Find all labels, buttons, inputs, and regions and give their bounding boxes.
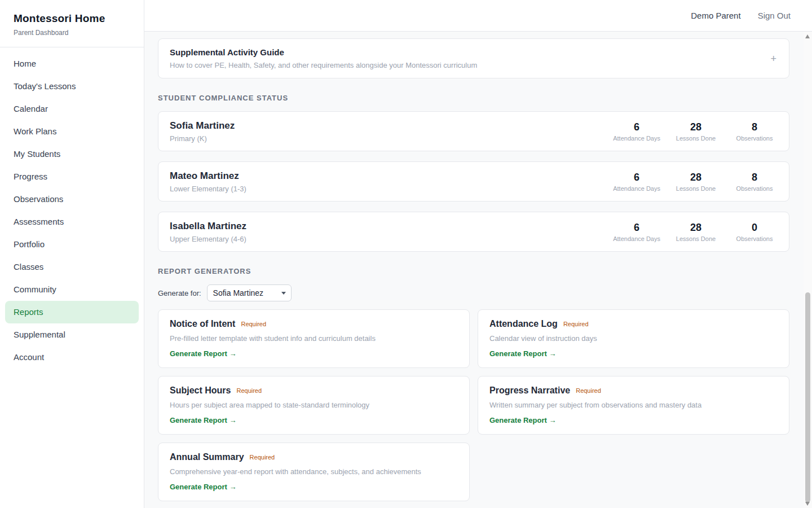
app-window: Montessori Home Parent Dashboard Home To…: [0, 0, 812, 508]
sidebar-header: Montessori Home Parent Dashboard: [0, 0, 144, 47]
generate-report-link[interactable]: Generate Report →: [170, 416, 236, 424]
sidebar-item-observations[interactable]: Observations: [5, 188, 139, 211]
compliance-section-heading: STUDENT COMPLIANCE STATUS: [158, 94, 789, 102]
sidebar-nav: Home Today's Lessons Calendar Work Plans…: [0, 47, 144, 374]
report-title-row: Notice of Intent Required: [170, 319, 458, 329]
stat-observations: 8 Observations: [731, 121, 778, 142]
supplemental-guide-card: Supplemental Activity Guide How to cover…: [158, 38, 789, 78]
report-description: Calendar view of instruction days: [489, 334, 778, 343]
sidebar-item-home[interactable]: Home: [5, 52, 139, 75]
sidebar-item-reports[interactable]: Reports: [5, 301, 139, 323]
vertical-scrollbar[interactable]: [804, 32, 812, 508]
sidebar-item-community[interactable]: Community: [5, 278, 139, 301]
stat-label: Attendance Days: [613, 185, 660, 192]
scroll-down-icon[interactable]: [805, 502, 810, 506]
report-title: Attendance Log: [489, 319, 558, 329]
student-level: Primary (K): [170, 134, 235, 143]
sidebar-item-assessments[interactable]: Assessments: [5, 211, 139, 233]
stat-value: 6: [613, 121, 660, 133]
report-title: Subject Hours: [170, 386, 231, 396]
report-title-row: Progress Narrative Required: [489, 386, 778, 396]
guide-title: Supplemental Activity Guide: [170, 47, 477, 57]
required-badge: Required: [576, 387, 601, 394]
sidebar: Montessori Home Parent Dashboard Home To…: [0, 0, 144, 508]
stat-value: 28: [673, 172, 719, 183]
generate-report-link[interactable]: Generate Report →: [489, 349, 556, 358]
sidebar-item-supplemental[interactable]: Supplemental: [5, 323, 139, 346]
student-info: Mateo Martinez Lower Elementary (1-3): [170, 170, 246, 193]
stat-attendance: 6 Attendance Days: [613, 222, 660, 242]
student-stats: 6 Attendance Days 28 Lessons Done 8 Obse…: [613, 172, 778, 192]
student-card-sofia: Sofia Martinez Primary (K) 6 Attendance …: [158, 111, 789, 151]
student-select-wrap: Sofia Martinez: [207, 284, 292, 301]
required-badge: Required: [241, 321, 266, 327]
expand-icon[interactable]: +: [769, 54, 778, 64]
sidebar-item-account[interactable]: Account: [5, 346, 139, 369]
stat-label: Observations: [731, 185, 778, 192]
sidebar-item-portfolio[interactable]: Portfolio: [5, 233, 139, 256]
main-area: Demo Parent Sign Out Supplemental Activi…: [144, 0, 812, 508]
report-card-progress-narrative: Progress Narrative Required Written summ…: [478, 376, 789, 435]
sidebar-item-classes[interactable]: Classes: [5, 256, 139, 278]
student-stats: 6 Attendance Days 28 Lessons Done 0 Obse…: [613, 222, 778, 242]
student-select[interactable]: Sofia Martinez: [207, 284, 292, 301]
student-card-mateo: Mateo Martinez Lower Elementary (1-3) 6 …: [158, 161, 789, 202]
stat-attendance: 6 Attendance Days: [613, 121, 660, 142]
stat-label: Lessons Done: [673, 135, 719, 142]
stat-lessons: 28 Lessons Done: [673, 222, 719, 242]
user-name-label: Demo Parent: [691, 11, 740, 20]
student-level: Upper Elementary (4-6): [170, 235, 246, 243]
generate-report-link[interactable]: Generate Report →: [489, 416, 556, 424]
stat-label: Attendance Days: [613, 235, 660, 242]
sidebar-item-my-students[interactable]: My Students: [5, 143, 139, 165]
stat-lessons: 28 Lessons Done: [673, 172, 719, 192]
report-title-row: Attendance Log Required: [489, 319, 778, 329]
app-subtitle: Parent Dashboard: [14, 29, 130, 37]
report-description: Hours per subject area mapped to state-s…: [170, 401, 458, 409]
generate-for-label: Generate for:: [158, 289, 201, 297]
sidebar-item-progress[interactable]: Progress: [5, 165, 139, 188]
student-name: Sofia Martinez: [170, 120, 235, 132]
required-badge: Required: [236, 387, 262, 394]
report-card-grid: Notice of Intent Required Pre-filled let…: [158, 309, 789, 501]
generate-report-link[interactable]: Generate Report →: [170, 349, 236, 358]
generate-report-link[interactable]: Generate Report →: [170, 483, 236, 491]
report-title: Progress Narrative: [489, 386, 570, 396]
student-info: Sofia Martinez Primary (K): [170, 120, 235, 143]
student-level: Lower Elementary (1-3): [170, 185, 246, 193]
report-description: Comprehensive year-end report with atten…: [170, 467, 458, 476]
page-content: Supplemental Activity Guide How to cover…: [144, 32, 812, 508]
student-name: Isabella Martinez: [170, 221, 246, 232]
report-card-subject-hours: Subject Hours Required Hours per subject…: [158, 376, 470, 435]
report-title: Annual Summary: [170, 452, 244, 462]
required-badge: Required: [563, 321, 589, 327]
stat-value: 28: [673, 222, 719, 234]
stat-value: 28: [673, 121, 719, 133]
app-title: Montessori Home: [14, 12, 130, 25]
stat-observations: 0 Observations: [731, 222, 778, 242]
stat-label: Lessons Done: [673, 185, 719, 192]
sidebar-item-todays-lessons[interactable]: Today's Lessons: [5, 75, 139, 98]
generate-for-row: Generate for: Sofia Martinez: [158, 284, 789, 301]
student-name: Mateo Martinez: [170, 170, 246, 182]
student-card-isabella: Isabella Martinez Upper Elementary (4-6)…: [158, 212, 789, 252]
report-title-row: Annual Summary Required: [170, 452, 458, 462]
stat-value: 6: [613, 222, 660, 234]
stat-attendance: 6 Attendance Days: [613, 172, 660, 192]
sign-out-link[interactable]: Sign Out: [758, 11, 791, 20]
topbar: Demo Parent Sign Out: [144, 0, 812, 32]
sidebar-item-work-plans[interactable]: Work Plans: [5, 120, 139, 143]
guide-text-block: Supplemental Activity Guide How to cover…: [170, 47, 477, 69]
stat-label: Observations: [731, 235, 778, 242]
student-info: Isabella Martinez Upper Elementary (4-6): [170, 221, 246, 243]
report-card-attendance-log: Attendance Log Required Calendar view of…: [478, 309, 789, 368]
scrollbar-thumb[interactable]: [805, 292, 810, 502]
student-stats: 6 Attendance Days 28 Lessons Done 8 Obse…: [613, 121, 778, 142]
sidebar-item-calendar[interactable]: Calendar: [5, 98, 139, 120]
scroll-up-icon[interactable]: [805, 34, 810, 38]
stat-observations: 8 Observations: [731, 172, 778, 192]
report-description: Written summary per subject from observa…: [489, 401, 778, 409]
report-card-notice-of-intent: Notice of Intent Required Pre-filled let…: [158, 309, 470, 368]
stat-value: 8: [731, 121, 778, 133]
stat-label: Observations: [731, 135, 778, 142]
